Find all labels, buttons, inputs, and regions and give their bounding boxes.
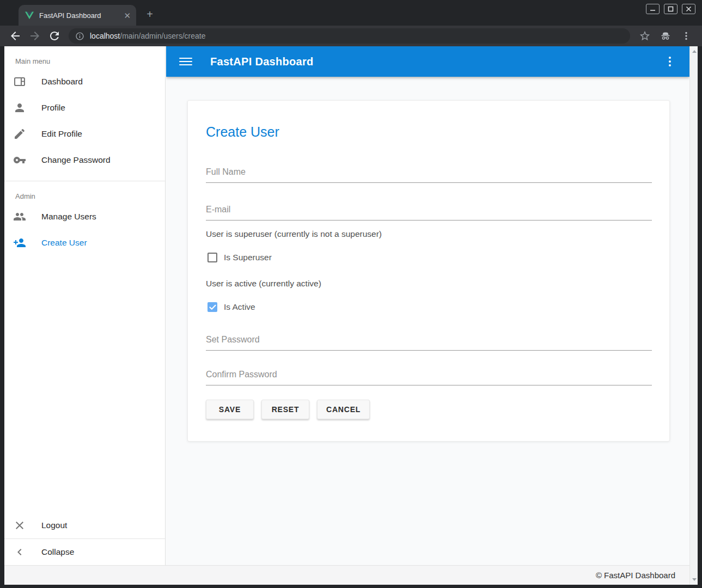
is-active-checkbox[interactable] (207, 302, 217, 312)
sidebar-section-header-main-menu: Main menu (4, 46, 165, 69)
bookmark-star-button[interactable] (639, 30, 651, 42)
email-field (206, 205, 652, 220)
save-button[interactable]: SAVE (206, 400, 254, 419)
key-icon (13, 154, 26, 167)
forward-button[interactable] (28, 29, 41, 42)
minimize-button[interactable] (646, 4, 660, 14)
chevron-left-icon (13, 546, 26, 559)
sidebar-item-logout[interactable]: Logout (4, 512, 165, 538)
set-password-field (206, 335, 652, 351)
full-name-input[interactable] (206, 167, 652, 183)
person-icon (13, 101, 26, 114)
sidebar-item-profile[interactable]: Profile (4, 95, 165, 121)
is-active-label: Is Active (224, 302, 255, 312)
main-area: FastAPI Dashboard Create User User is su… (166, 46, 689, 565)
site-info-icon[interactable] (75, 32, 84, 41)
full-name-field (206, 167, 652, 183)
sidebar-item-label: Create User (41, 238, 87, 248)
set-password-input[interactable] (206, 335, 652, 351)
url-text: localhost/main/admin/users/create (90, 32, 205, 40)
confirm-password-input[interactable] (206, 370, 652, 385)
close-window-button[interactable] (682, 4, 695, 14)
browser-tab[interactable]: FastAPI Dashboard ✕ (19, 5, 136, 26)
appbar-kebab-menu-button[interactable] (663, 55, 676, 68)
page-viewport: Main menu Dashboard Profile E (4, 46, 698, 585)
cancel-button[interactable]: CANCEL (317, 400, 370, 419)
sidebar-bottom: Logout Collapse (4, 512, 165, 565)
email-input[interactable] (206, 205, 652, 220)
sidebar-item-collapse[interactable]: Collapse (4, 539, 165, 565)
superuser-hint: User is superuser (currently is not a su… (206, 229, 652, 239)
confirm-password-field (206, 370, 652, 385)
url-bar[interactable]: localhost/main/admin/users/create (69, 28, 630, 44)
sidebar-item-create-user[interactable]: Create User (4, 230, 165, 256)
checkmark-icon (209, 304, 216, 310)
reset-button[interactable]: RESET (261, 400, 309, 419)
sidebar-item-label: Profile (41, 103, 65, 113)
maximize-icon (668, 6, 674, 12)
window-controls (646, 4, 695, 14)
sidebar-item-label: Change Password (41, 155, 111, 165)
sidebar-item-label: Logout (41, 520, 67, 530)
sidebar-section-header-admin: Admin (4, 181, 165, 204)
dashboard-icon (13, 75, 26, 88)
appbar-title: FastAPI Dashboard (210, 56, 314, 68)
maximize-button[interactable] (664, 4, 677, 14)
vue-favicon-icon (25, 11, 34, 20)
active-hint: User is active (currently active) (206, 279, 652, 289)
copyright-text: © FastAPI Dashboard (596, 571, 675, 580)
people-icon (13, 210, 26, 223)
form-title: Create User (206, 124, 652, 140)
back-button[interactable] (9, 29, 22, 42)
hamburger-menu-button[interactable] (179, 55, 192, 68)
sidebar-item-dashboard[interactable]: Dashboard (4, 69, 165, 95)
vertical-scrollbar[interactable] (689, 46, 698, 585)
superuser-checkbox-row: Is Superuser (206, 253, 652, 262)
app-bar: FastAPI Dashboard (166, 46, 689, 77)
sidebar-item-change-password[interactable]: Change Password (4, 147, 165, 173)
scrollbar-down-arrow[interactable] (690, 575, 698, 584)
browser-titlebar: FastAPI Dashboard ✕ + (0, 0, 702, 26)
sidebar-item-label: Edit Profile (41, 129, 82, 139)
active-checkbox-row: Is Active (206, 302, 652, 312)
sidebar: Main menu Dashboard Profile E (4, 46, 166, 565)
incognito-icon (660, 30, 672, 42)
reload-button[interactable] (48, 29, 61, 42)
sidebar-item-label: Manage Users (41, 212, 96, 222)
person-add-icon (13, 236, 26, 249)
create-user-card: Create User User is superuser (currently… (187, 100, 670, 442)
tab-close-icon[interactable]: ✕ (124, 11, 131, 20)
is-superuser-label: Is Superuser (224, 253, 272, 262)
new-tab-button[interactable]: + (143, 8, 157, 22)
browser-window: FastAPI Dashboard ✕ + (0, 0, 702, 588)
url-host: localhost (90, 32, 120, 40)
page-footer: © FastAPI Dashboard (4, 565, 689, 585)
is-superuser-checkbox[interactable] (207, 253, 217, 262)
sidebar-item-label: Dashboard (41, 77, 83, 87)
sidebar-item-label: Collapse (41, 547, 74, 557)
form-buttons: SAVE RESET CANCEL (206, 400, 652, 419)
scrollbar-up-arrow[interactable] (690, 47, 698, 56)
pencil-icon (13, 127, 26, 140)
sidebar-item-manage-users[interactable]: Manage Users (4, 204, 165, 230)
sidebar-item-edit-profile[interactable]: Edit Profile (4, 121, 165, 147)
tab-title: FastAPI Dashboard (39, 11, 124, 20)
minimize-icon (650, 6, 656, 12)
close-icon (686, 6, 692, 12)
browser-toolbar: localhost/main/admin/users/create (0, 26, 702, 46)
url-path: /main/admin/users/create (120, 32, 205, 40)
browser-menu-kebab-button[interactable] (680, 30, 692, 42)
close-x-icon (13, 519, 26, 532)
